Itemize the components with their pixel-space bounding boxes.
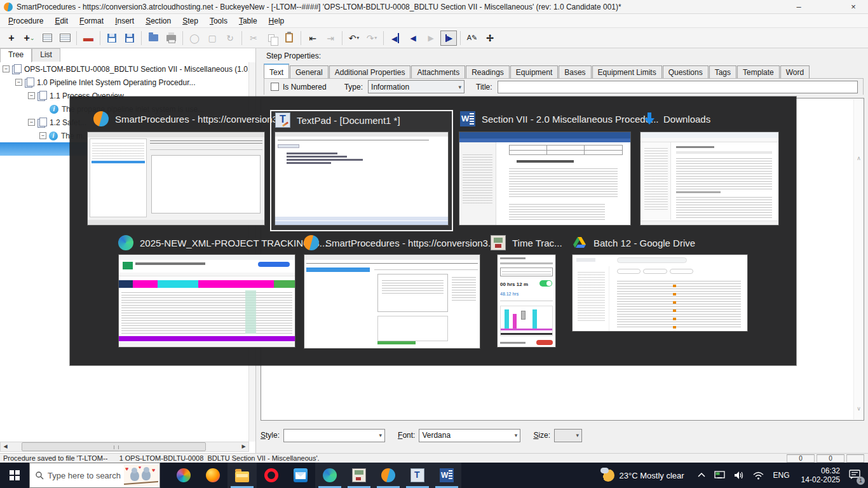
scroll-left-icon[interactable]: ◀ [1,442,10,451]
tab-questions[interactable]: Questions [663,65,709,79]
upload-icon[interactable] [145,30,161,46]
font-select[interactable]: Verdana ▾ [419,429,520,442]
taskbar-app-copilot[interactable] [169,463,198,488]
save-procedure-icon[interactable] [121,30,138,46]
spell-check-icon[interactable]: A✎ [464,30,480,46]
tab-attachments[interactable]: Attachments [411,65,465,79]
size-select[interactable]: ▾ [554,429,582,442]
thumbnail-timetracker[interactable]: 00 hrs 12 m 48.12 hrs [497,254,556,348]
switcher-item-timetracker[interactable]: Time Trac... [491,234,562,251]
switcher-item-tracking-sheet[interactable]: 2025-NEW_XML-PROJECT TRACKING S... [118,234,327,251]
tray-language[interactable]: ENG [773,471,790,480]
menu-help[interactable]: Help [263,15,290,27]
tree-horizontal-scrollbar[interactable]: ◀ ▶ [0,442,249,452]
menu-procedure[interactable]: Procedure [3,15,49,27]
taskbar-app-mail[interactable] [286,463,315,488]
scroll-up-icon[interactable]: ∧ [854,155,864,161]
tab-tree[interactable]: Tree [0,48,32,62]
taskbar-app-word[interactable] [432,463,461,488]
collapse-toggle-icon[interactable]: − [3,65,10,72]
tray-volume-icon[interactable] [734,471,744,480]
taskbar-weather[interactable]: 23°C Mostly clear [602,469,684,482]
tray-display-icon[interactable] [714,471,725,480]
taskbar-app-opera[interactable] [257,463,286,488]
thumbnail-smartprocedures-2[interactable] [304,254,480,349]
start-button[interactable] [0,463,29,488]
taskbar-app-textpad[interactable] [403,463,432,488]
title-input[interactable] [498,81,858,93]
thumbnail-gdrive[interactable] [572,254,748,332]
menu-table[interactable]: Table [233,15,263,27]
menu-step[interactable]: Step [177,15,204,27]
collapse-toggle-icon[interactable]: − [39,132,46,139]
thumbnail-smartprocedures-1[interactable] [87,132,265,226]
close-button[interactable]: × [843,0,864,14]
print-icon[interactable] [163,30,179,46]
thumbnail-word[interactable] [459,132,631,226]
delete-step-icon[interactable]: ▬ [80,30,97,46]
taskbar-app-firefox[interactable] [198,463,227,488]
collapse-toggle-icon[interactable]: − [28,119,35,126]
taskbar-app-timetracker[interactable] [344,463,374,488]
menu-insert[interactable]: Insert [109,15,140,27]
thumbnail-tracking-sheet[interactable] [118,254,295,348]
timetracker-icon [491,235,506,250]
undo-icon[interactable]: ↶▾ [346,30,362,46]
scroll-right-icon[interactable]: ▶ [239,442,248,451]
tab-additional-properties[interactable]: Additional Properties [329,65,411,79]
snapshot-icon: ▢ [204,30,220,46]
editor-vertical-scrollbar[interactable]: ∧ ∨ [853,99,863,419]
tab-equipment[interactable]: Equipment [510,65,558,79]
style-select[interactable]: ▾ [283,429,385,442]
tab-readings[interactable]: Readings [466,65,510,79]
is-numbered-checkbox[interactable] [271,83,279,91]
taskbar-app-explorer[interactable] [227,463,257,488]
taskbar-app-smartprocedures[interactable] [374,463,403,488]
taskbar-search[interactable]: Type here to search ♥ ♥ ♥ [29,463,160,488]
tab-equipment-limits[interactable]: Equipment Limits [592,65,662,79]
menu-tools[interactable]: Tools [204,15,233,27]
first-step-icon[interactable] [387,30,403,46]
collapse-toggle-icon[interactable]: − [28,92,35,99]
tray-chevron-up-icon[interactable] [698,473,705,478]
thumbnail-textpad[interactable] [275,132,449,226]
type-select[interactable]: Information ▾ [368,80,465,93]
tab-list[interactable]: List [32,48,60,62]
tab-word[interactable]: Word [780,65,810,79]
menu-edit[interactable]: Edit [49,15,74,27]
outline-details-icon[interactable] [57,30,73,46]
thumbnail-downloads[interactable] [640,132,779,226]
paste-icon[interactable] [281,30,297,46]
tab-text[interactable]: Text [264,64,289,79]
notification-center-icon[interactable]: 1 [849,470,860,482]
switcher-item-textpad[interactable]: TextPad - [Document1 *] [275,112,400,128]
tray-wifi-icon[interactable] [753,471,764,480]
tab-tags[interactable]: Tags [709,65,736,79]
collapse-toggle-icon[interactable]: − [15,79,22,86]
tab-template[interactable]: Template [737,65,780,79]
menu-section[interactable]: Section [140,15,177,27]
scroll-down-icon[interactable]: ∨ [854,405,864,412]
tray-clock[interactable]: 06:32 14-02-2025 [801,466,840,484]
minimize-button[interactable]: – [788,0,810,14]
taskbar-app-edge[interactable] [315,463,344,488]
last-step-icon[interactable] [440,30,457,46]
switcher-item-downloads[interactable]: Downloads [642,111,710,127]
menu-format[interactable]: Format [74,15,109,27]
previous-step-icon[interactable]: ◀ [405,30,421,46]
outdent-icon[interactable]: ⇤ [304,30,321,46]
add-child-step-icon[interactable]: +⌄ [21,30,37,46]
tab-bases[interactable]: Bases [559,65,591,79]
switcher-item-smartprocedures-2[interactable]: SmartProcedures - https://conversion3...… [304,234,499,251]
switcher-item-word[interactable]: Section VII - 2.0 Miscellaneous Procedu.… [460,111,658,127]
tree-item-section-1-0[interactable]: − 1.0 Pipeline Inlet System Operating Pr… [0,76,249,89]
switcher-item-smartprocedures-1[interactable]: SmartProcedures - https://conversion3...… [93,111,288,127]
switcher-item-gdrive[interactable]: Batch 12 - Google Drive [572,234,695,251]
open-procedure-icon[interactable] [104,30,120,46]
scrollbar-thumb[interactable] [22,442,206,451]
tab-general[interactable]: General [290,65,329,79]
move-step-icon[interactable]: ✢ [482,30,498,46]
add-step-icon[interactable]: + [3,30,20,46]
outline-view-icon[interactable] [39,30,55,46]
tree-item-procedure[interactable]: − OPS-LTOM-BDLTU-0008_BDLTU Section VII … [0,62,249,76]
